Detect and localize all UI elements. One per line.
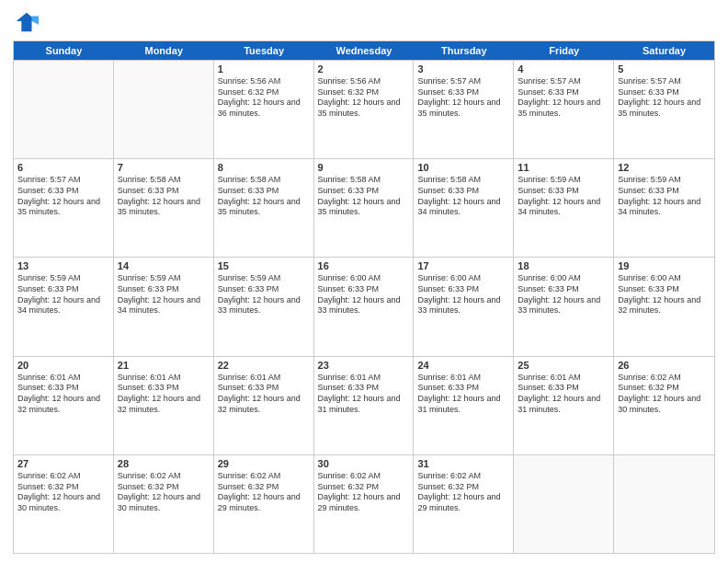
cell-info: Sunrise: 6:02 AM Sunset: 6:32 PM Dayligh… [118, 471, 210, 514]
calendar-cell [14, 61, 114, 158]
day-number: 29 [218, 458, 310, 469]
cell-info: Sunrise: 6:00 AM Sunset: 6:33 PM Dayligh… [318, 273, 410, 316]
cell-info: Sunrise: 6:02 AM Sunset: 6:32 PM Dayligh… [17, 471, 109, 514]
calendar-cell: 7Sunrise: 5:58 AM Sunset: 6:33 PM Daylig… [114, 159, 214, 257]
calendar-cell: 12Sunrise: 5:59 AM Sunset: 6:33 PM Dayli… [614, 159, 714, 257]
day-number: 14 [118, 260, 210, 271]
day-number: 4 [518, 63, 609, 75]
calendar-cell: 23Sunrise: 6:01 AM Sunset: 6:33 PM Dayli… [314, 357, 415, 454]
cell-info: Sunrise: 6:01 AM Sunset: 6:33 PM Dayligh… [417, 373, 509, 416]
day-number: 2 [318, 63, 410, 75]
cell-info: Sunrise: 6:01 AM Sunset: 6:33 PM Dayligh… [318, 373, 410, 416]
cell-info: Sunrise: 5:57 AM Sunset: 6:33 PM Dayligh… [17, 175, 109, 218]
calendar-cell: 13Sunrise: 5:59 AM Sunset: 6:33 PM Dayli… [14, 258, 114, 355]
cell-info: Sunrise: 5:59 AM Sunset: 6:33 PM Dayligh… [218, 273, 310, 316]
day-number: 8 [218, 162, 310, 173]
cell-info: Sunrise: 6:02 AM Sunset: 6:32 PM Dayligh… [218, 471, 310, 514]
day-number: 17 [417, 260, 509, 271]
day-header-sunday: Sunday [14, 41, 114, 60]
calendar-cell: 26Sunrise: 6:02 AM Sunset: 6:32 PM Dayli… [614, 357, 714, 454]
calendar-cell [514, 455, 614, 553]
calendar-cell: 6Sunrise: 5:57 AM Sunset: 6:33 PM Daylig… [14, 159, 114, 257]
day-number: 30 [318, 458, 410, 469]
calendar-cell: 16Sunrise: 6:00 AM Sunset: 6:33 PM Dayli… [314, 258, 415, 355]
calendar-cell [614, 455, 714, 553]
cell-info: Sunrise: 5:59 AM Sunset: 6:33 PM Dayligh… [17, 273, 109, 316]
calendar-header: SundayMondayTuesdayWednesdayThursdayFrid… [14, 41, 714, 60]
calendar-week-4: 20Sunrise: 6:01 AM Sunset: 6:33 PM Dayli… [14, 356, 714, 454]
calendar-cell: 25Sunrise: 6:01 AM Sunset: 6:33 PM Dayli… [514, 357, 614, 454]
day-number: 5 [618, 63, 711, 75]
cell-info: Sunrise: 5:59 AM Sunset: 6:33 PM Dayligh… [618, 175, 711, 218]
calendar-cell: 4Sunrise: 5:57 AM Sunset: 6:33 PM Daylig… [514, 61, 614, 158]
header [13, 9, 715, 35]
calendar-cell: 11Sunrise: 5:59 AM Sunset: 6:33 PM Dayli… [514, 159, 614, 257]
cell-info: Sunrise: 5:58 AM Sunset: 6:33 PM Dayligh… [218, 175, 310, 218]
day-number: 3 [417, 63, 509, 75]
cell-info: Sunrise: 6:01 AM Sunset: 6:33 PM Dayligh… [17, 373, 109, 416]
day-number: 25 [518, 360, 609, 371]
calendar-week-2: 6Sunrise: 5:57 AM Sunset: 6:33 PM Daylig… [14, 158, 714, 257]
calendar-cell: 22Sunrise: 6:01 AM Sunset: 6:33 PM Dayli… [214, 357, 314, 454]
day-header-wednesday: Wednesday [314, 41, 415, 60]
day-number: 16 [318, 260, 410, 271]
calendar-cell: 10Sunrise: 5:58 AM Sunset: 6:33 PM Dayli… [414, 159, 514, 257]
calendar-cell: 3Sunrise: 5:57 AM Sunset: 6:33 PM Daylig… [414, 61, 514, 158]
day-header-friday: Friday [514, 41, 614, 60]
calendar-cell: 18Sunrise: 6:00 AM Sunset: 6:33 PM Dayli… [514, 258, 614, 355]
cell-info: Sunrise: 6:01 AM Sunset: 6:33 PM Dayligh… [118, 373, 210, 416]
day-header-tuesday: Tuesday [214, 41, 314, 60]
day-number: 15 [218, 260, 310, 271]
page: SundayMondayTuesdayWednesdayThursdayFrid… [0, 0, 728, 563]
cell-info: Sunrise: 6:02 AM Sunset: 6:32 PM Dayligh… [318, 471, 410, 514]
day-number: 7 [118, 162, 210, 173]
calendar: SundayMondayTuesdayWednesdayThursdayFrid… [13, 40, 715, 554]
cell-info: Sunrise: 6:01 AM Sunset: 6:33 PM Dayligh… [518, 373, 609, 416]
day-number: 20 [17, 360, 109, 371]
day-number: 27 [17, 458, 109, 469]
cell-info: Sunrise: 5:57 AM Sunset: 6:33 PM Dayligh… [618, 76, 711, 120]
calendar-cell: 27Sunrise: 6:02 AM Sunset: 6:32 PM Dayli… [14, 455, 114, 553]
day-number: 26 [618, 360, 711, 371]
cell-info: Sunrise: 5:58 AM Sunset: 6:33 PM Dayligh… [417, 175, 509, 218]
day-number: 12 [618, 162, 711, 173]
calendar-week-5: 27Sunrise: 6:02 AM Sunset: 6:32 PM Dayli… [14, 454, 714, 553]
calendar-cell [114, 61, 214, 158]
calendar-body: 1Sunrise: 5:56 AM Sunset: 6:32 PM Daylig… [14, 60, 714, 553]
cell-info: Sunrise: 6:00 AM Sunset: 6:33 PM Dayligh… [417, 273, 509, 316]
cell-info: Sunrise: 5:58 AM Sunset: 6:33 PM Dayligh… [318, 175, 410, 218]
cell-info: Sunrise: 6:02 AM Sunset: 6:32 PM Dayligh… [417, 471, 509, 514]
calendar-cell: 31Sunrise: 6:02 AM Sunset: 6:32 PM Dayli… [414, 455, 514, 553]
svg-marker-1 [32, 16, 39, 24]
cell-info: Sunrise: 5:56 AM Sunset: 6:32 PM Dayligh… [218, 76, 310, 120]
calendar-cell: 24Sunrise: 6:01 AM Sunset: 6:33 PM Dayli… [414, 357, 514, 454]
day-number: 6 [17, 162, 109, 173]
logo-icon [13, 9, 39, 35]
day-number: 22 [218, 360, 310, 371]
day-header-saturday: Saturday [614, 41, 714, 60]
day-number: 23 [318, 360, 410, 371]
day-number: 9 [318, 162, 410, 173]
day-number: 13 [17, 260, 109, 271]
day-number: 28 [118, 458, 210, 469]
day-number: 11 [518, 162, 609, 173]
day-header-monday: Monday [114, 41, 214, 60]
calendar-cell: 9Sunrise: 5:58 AM Sunset: 6:33 PM Daylig… [314, 159, 415, 257]
cell-info: Sunrise: 5:58 AM Sunset: 6:33 PM Dayligh… [118, 175, 210, 218]
cell-info: Sunrise: 5:59 AM Sunset: 6:33 PM Dayligh… [118, 273, 210, 316]
logo [13, 9, 42, 35]
cell-info: Sunrise: 6:00 AM Sunset: 6:33 PM Dayligh… [518, 273, 609, 316]
cell-info: Sunrise: 5:57 AM Sunset: 6:33 PM Dayligh… [417, 76, 509, 120]
calendar-cell: 17Sunrise: 6:00 AM Sunset: 6:33 PM Dayli… [414, 258, 514, 355]
day-header-thursday: Thursday [414, 41, 514, 60]
calendar-cell: 2Sunrise: 5:56 AM Sunset: 6:32 PM Daylig… [314, 61, 415, 158]
calendar-cell: 20Sunrise: 6:01 AM Sunset: 6:33 PM Dayli… [14, 357, 114, 454]
day-number: 1 [218, 63, 310, 75]
day-number: 24 [417, 360, 509, 371]
day-number: 18 [518, 260, 609, 271]
calendar-cell: 29Sunrise: 6:02 AM Sunset: 6:32 PM Dayli… [214, 455, 314, 553]
cell-info: Sunrise: 5:57 AM Sunset: 6:33 PM Dayligh… [518, 76, 609, 120]
cell-info: Sunrise: 6:02 AM Sunset: 6:32 PM Dayligh… [618, 373, 711, 416]
cell-info: Sunrise: 5:56 AM Sunset: 6:32 PM Dayligh… [318, 76, 410, 120]
calendar-cell: 14Sunrise: 5:59 AM Sunset: 6:33 PM Dayli… [114, 258, 214, 355]
